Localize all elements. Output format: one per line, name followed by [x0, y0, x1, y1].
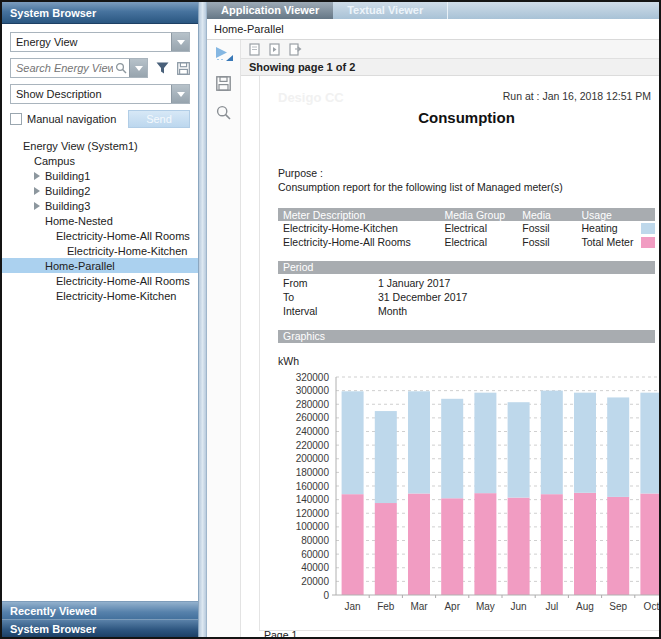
description-select-value: Show Description	[11, 88, 171, 100]
document-title: Home-Parallel	[207, 19, 659, 40]
tree-item[interactable]: Electricity-Home-Kitchen	[2, 288, 198, 303]
tree-item-label: Electricity-Home-All Rooms	[53, 230, 190, 242]
tree-item[interactable]: Electricity-Home-All Rooms	[2, 228, 198, 243]
collapsed-arrow-icon[interactable]	[32, 172, 42, 180]
energy-view-tree: Energy View (System1)CampusBuilding1Buil…	[2, 134, 198, 601]
tab-separator	[447, 2, 448, 19]
svg-text:140000: 140000	[296, 494, 330, 505]
search-box[interactable]	[10, 58, 148, 78]
tab-application-viewer[interactable]: Application Viewer	[207, 2, 333, 19]
tree-item[interactable]: Building2	[2, 183, 198, 198]
period-rows: From1 January 2017To31 December 2017Inte…	[278, 276, 655, 318]
report-logo-watermark: Desigo CC	[278, 90, 344, 105]
zoom-icon[interactable]	[216, 105, 231, 120]
page-next-icon[interactable]	[269, 43, 280, 56]
search-input[interactable]	[11, 62, 113, 74]
period-section-header: Period	[278, 261, 655, 274]
page-icon[interactable]	[249, 43, 260, 56]
tree-item[interactable]: Home-Nested	[2, 213, 198, 228]
svg-text:20000: 20000	[301, 576, 329, 587]
recently-viewed-bar[interactable]: Recently Viewed	[2, 601, 198, 619]
report-page: Desigo CC Run at : Jan 16, 2018 12:51 PM…	[259, 76, 659, 631]
series-color-swatch	[641, 237, 655, 248]
meter-table-header: Meter DescriptionMedia GroupMediaUsage	[278, 208, 655, 221]
svg-text:220000: 220000	[296, 440, 330, 451]
send-button[interactable]: Send	[128, 110, 190, 128]
svg-text:May: May	[476, 601, 495, 612]
tree-item[interactable]: Campus	[2, 153, 198, 168]
svg-text:40000: 40000	[301, 562, 329, 573]
tree-item-label: Electricity-Home-Kitchen	[64, 245, 187, 257]
save-filter-icon[interactable]	[177, 62, 190, 75]
run-at-timestamp: Run at : Jan 16, 2018 12:51 PM	[503, 90, 655, 102]
view-select[interactable]: Energy View	[10, 32, 190, 52]
tree-item-label: Building1	[42, 170, 90, 182]
svg-text:Feb: Feb	[377, 601, 395, 612]
filter-icon[interactable]	[156, 62, 169, 74]
showing-page-status: Showing page 1 of 2	[241, 59, 659, 76]
viewer-panel: Application Viewer Textual Viewer Home-P…	[207, 2, 659, 637]
search-icon[interactable]	[113, 62, 129, 74]
svg-text:Aug: Aug	[576, 601, 594, 612]
page-toolbar	[241, 40, 659, 59]
tree-item-label: Electricity-Home-All Rooms	[53, 275, 190, 287]
purpose-label: Purpose :	[278, 166, 655, 180]
svg-text:Jan: Jan	[345, 601, 361, 612]
save-report-icon[interactable]	[216, 76, 231, 91]
period-row: From1 January 2017	[278, 276, 655, 290]
tree-item[interactable]: Home-Parallel	[2, 258, 198, 273]
tree-item-label: Energy View (System1)	[20, 140, 138, 152]
meter-table-row: Electricity-Home-KitchenElectrical Fossi…	[278, 221, 655, 235]
system-browser-panel: System Browser Energy View	[2, 2, 199, 637]
tree-item-label: Building3	[42, 200, 90, 212]
svg-text:Mar: Mar	[410, 601, 428, 612]
svg-text:80000: 80000	[301, 535, 329, 546]
column-header: Media Group	[439, 208, 517, 221]
svg-text:280000: 280000	[296, 399, 330, 410]
svg-text:100000: 100000	[296, 521, 330, 532]
period-row: IntervalMonth	[278, 304, 655, 318]
column-header: Meter Description	[278, 208, 439, 221]
page-footer: Page 1	[264, 629, 655, 637]
system-browser-bar[interactable]: System Browser	[2, 619, 198, 637]
browser-controls: Energy View	[2, 24, 198, 134]
chevron-down-icon[interactable]	[171, 33, 189, 51]
svg-text:60000: 60000	[301, 549, 329, 560]
column-header: Usage	[576, 208, 636, 221]
svg-text:240000: 240000	[296, 426, 330, 437]
description-chevron-down-icon[interactable]	[171, 85, 189, 103]
viewer-side-toolbar	[207, 40, 241, 637]
report-title: Consumption	[278, 109, 655, 126]
svg-text:Jul: Jul	[545, 601, 558, 612]
svg-text:260000: 260000	[296, 412, 330, 423]
tree-item[interactable]: Building3	[2, 198, 198, 213]
panel-splitter[interactable]	[199, 2, 207, 637]
search-chevron-down-icon[interactable]	[129, 59, 147, 77]
tree-item-label: Campus	[31, 155, 75, 167]
tree-item[interactable]: Energy View (System1)	[2, 138, 198, 153]
chart-unit-label: kWh	[278, 355, 655, 367]
tab-textual-viewer[interactable]: Textual Viewer	[333, 2, 437, 19]
graphics-section-header: Graphics	[278, 330, 655, 343]
run-report-icon[interactable]	[214, 46, 234, 62]
tree-item[interactable]: Building1	[2, 168, 198, 183]
tree-item[interactable]: Electricity-Home-All Rooms	[2, 273, 198, 288]
page-export-icon[interactable]	[289, 43, 302, 56]
meter-table: Meter DescriptionMedia GroupMediaUsage E…	[278, 208, 655, 249]
collapsed-arrow-icon[interactable]	[32, 202, 42, 210]
svg-text:0: 0	[323, 590, 329, 601]
manual-navigation-checkbox[interactable]	[10, 113, 22, 125]
panel-title: System Browser	[2, 2, 198, 24]
column-header: Media	[517, 208, 576, 221]
svg-text:160000: 160000	[296, 481, 330, 492]
collapsed-arrow-icon[interactable]	[32, 187, 42, 195]
tree-item[interactable]: Electricity-Home-Kitchen	[2, 243, 198, 258]
description-select[interactable]: Show Description	[10, 84, 190, 104]
purpose-text: Consumption report for the following lis…	[278, 180, 655, 194]
series-color-swatch	[641, 223, 655, 234]
app-window: System Browser Energy View	[0, 0, 661, 639]
svg-text:Oct: Oct	[644, 601, 659, 612]
svg-text:300000: 300000	[296, 385, 330, 396]
svg-text:320000: 320000	[296, 372, 330, 383]
tree-item-label: Electricity-Home-Kitchen	[53, 290, 176, 302]
